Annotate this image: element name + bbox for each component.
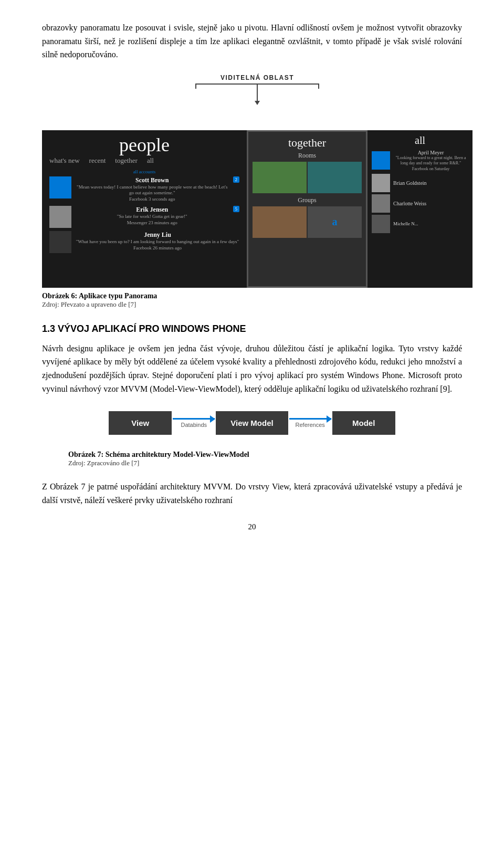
pano-person-2: Brian Goldstein: [372, 174, 468, 192]
pano-avatar-1: [49, 176, 71, 198]
pano-person-quote-1: "Looking forward to a great night. Been …: [393, 155, 468, 166]
pano-plus-icon: a: [332, 216, 338, 228]
pano-info-2: Erik Jensen "So late for work! Gotta get…: [76, 206, 229, 226]
fig7-caption: Obrázek 7: Schéma architektury Model-Vie…: [68, 451, 436, 459]
pano-person-name-2: Brian Goldstein: [393, 180, 427, 186]
pano-photo-grid: [253, 162, 362, 193]
mvvm-references-label: References: [296, 422, 325, 428]
pano-name-1: Scott Brown: [76, 176, 229, 184]
viditelna-oblast-label: VIDITELNÁ OBLAST: [42, 74, 472, 81]
pano-person-info-3: Charlotte Weiss: [393, 201, 426, 206]
pano-msg-2: "So late for work! Gotta get in gear!": [76, 214, 229, 220]
page-number: 20: [42, 522, 462, 531]
pano-right-title: all: [372, 134, 468, 147]
pano-avatar-3: [49, 231, 71, 253]
fig6-source: Zdroj: Převzato a upraveno dle [7]: [42, 300, 472, 309]
pano-middle-panel: together Rooms Groups a: [247, 130, 368, 288]
pano-together-title: together: [253, 136, 362, 150]
pano-person-1: April Meyer "Looking forward to a great …: [372, 150, 468, 172]
pano-photo-3: [253, 206, 307, 238]
pano-groups-grid: a: [253, 206, 362, 238]
mvvm-references-arrow: References: [289, 418, 331, 428]
figure-6-container: VIDITELNÁ OBLAST people what's new recen…: [42, 74, 462, 309]
fig6-caption: Obrázek 6: Aplikace typu Panorama: [42, 292, 472, 300]
mvvm-view-box: View: [109, 411, 172, 435]
pano-badge-2: 5: [233, 206, 240, 212]
mvvm-model-box: Model: [332, 411, 395, 435]
section-13-heading: 1.3 VÝVOJ APLIKACÍ PRO WINDOWS PHONE: [42, 323, 462, 335]
pano-left-panel: people what's new recent together all al…: [42, 130, 247, 288]
pano-person-info-1: April Meyer "Looking forward to a great …: [393, 150, 468, 172]
pano-nav-together: together: [115, 156, 138, 165]
fig6-caption-container: Obrázek 6: Aplikace typu Panorama Zdroj:…: [42, 292, 472, 309]
para-after-fig: Z Obrázek 7 je patrné uspořádání archite…: [42, 480, 462, 507]
pano-rooms: Rooms: [253, 152, 362, 160]
pano-person-source-1: Facebook on Saturday: [393, 166, 468, 172]
pano-photo-4: a: [308, 206, 362, 238]
pano-photo-2: [308, 162, 362, 193]
pano-person-name-1: April Meyer: [393, 150, 468, 155]
pano-person-info-4: Michelle N...: [393, 221, 418, 226]
pano-person-avatar-1: [372, 151, 390, 170]
pano-person-avatar-3: [372, 194, 390, 213]
pano-right-panel: all April Meyer "Looking forward to a gr…: [368, 130, 472, 288]
pano-info-3: Jenny Liu "What have you been up to? I a…: [76, 231, 239, 251]
viditelna-vert-line: [257, 83, 258, 101]
pano-msg-1: "Mean waves today! I cannot believe how …: [76, 184, 229, 196]
pano-name-2: Erik Jensen: [76, 206, 229, 214]
pano-avatar-2: [49, 206, 71, 228]
mvvm-diagram: View Databinds View Model References Mod…: [68, 411, 436, 435]
pano-source-3: Facebook 26 minutes ago: [76, 245, 239, 252]
mvvm-references-line: [289, 418, 331, 420]
pano-person-name-3: Charlotte Weiss: [393, 201, 426, 206]
pano-info-1: Scott Brown "Mean waves today! I cannot …: [76, 176, 229, 203]
fig7-source: Zdroj: Zpracováno dle [7]: [68, 459, 436, 467]
pano-all-accounts: all accounts: [49, 169, 239, 174]
mvvm-databinds-line: [173, 418, 215, 420]
fig7-caption-container: Obrázek 7: Schéma architektury Model-Vie…: [68, 451, 436, 467]
pano-nav-whatsnew: what's new: [49, 156, 80, 165]
intro-paragraph: obrazovky panoramatu lze posouvat i svis…: [42, 21, 462, 61]
pano-app-title: people: [49, 135, 239, 154]
pano-contact-2: Erik Jensen "So late for work! Gotta get…: [49, 206, 239, 228]
pano-nav-recent: recent: [89, 156, 106, 165]
pano-person-info-2: Brian Goldstein: [393, 180, 427, 186]
pano-groups: Groups: [253, 196, 362, 204]
mvvm-viewmodel-box: View Model: [216, 411, 288, 435]
pano-nav: what's new recent together all: [49, 156, 239, 165]
pano-source-2: Messenger 23 minutes ago: [76, 220, 229, 226]
panorama-screen: people what's new recent together all al…: [42, 130, 472, 288]
figure-7-container: View Databinds View Model References Mod…: [42, 411, 462, 467]
pano-person-avatar-4: [372, 215, 390, 233]
pano-person-3: Charlotte Weiss: [372, 194, 468, 213]
viditelna-arrow-container: [42, 83, 472, 101]
mvvm-databinds-arrow: Databinds: [173, 418, 215, 428]
bracket-right: [318, 83, 319, 89]
pano-contact-1: Scott Brown "Mean waves today! I cannot …: [49, 176, 239, 203]
pano-nav-all: all: [147, 156, 154, 165]
pano-person-name-4: Michelle N...: [393, 221, 418, 226]
pano-contact-3: Jenny Liu "What have you been up to? I a…: [49, 231, 239, 253]
mvvm-databinds-label: Databinds: [181, 422, 207, 428]
pano-person-avatar-2: [372, 174, 390, 192]
pano-name-3: Jenny Liu: [76, 231, 239, 239]
bracket-left: [195, 83, 196, 89]
panorama-figure: VIDITELNÁ OBLAST people what's new recen…: [42, 74, 472, 288]
pano-msg-3: "What have you been up to? I am looking …: [76, 239, 239, 245]
pano-person-4: Michelle N...: [372, 215, 468, 233]
para-1-3-1: Návrh designu aplikace je ovšem jen jedn…: [42, 342, 462, 395]
pano-photo-1: [253, 162, 307, 193]
pano-source-1: Facebook 3 seconds ago: [76, 196, 229, 203]
pano-badge-1: 2: [233, 176, 240, 183]
